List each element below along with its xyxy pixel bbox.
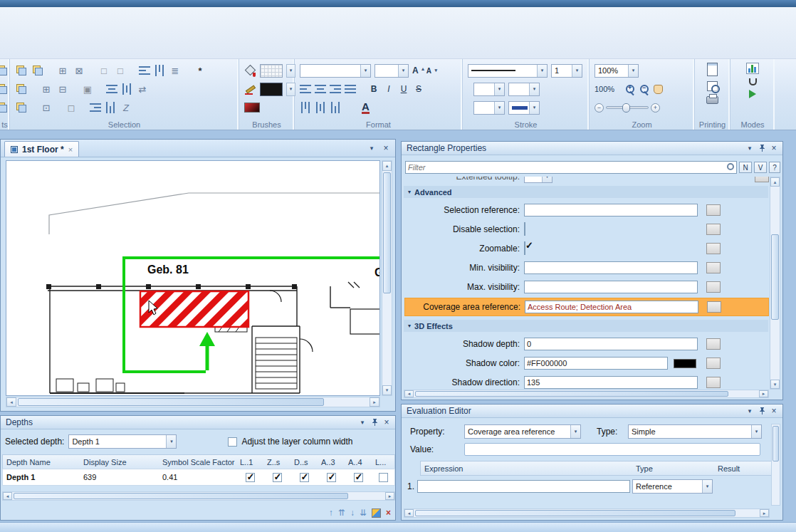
layer-checkbox[interactable] — [273, 473, 282, 482]
zoom-slider-thumb[interactable] — [622, 103, 630, 113]
align-middle-icon[interactable] — [122, 83, 131, 95]
scroll-up-icon[interactable]: ▴ — [382, 161, 392, 171]
ungroup-all-icon[interactable]: ◻ — [65, 101, 78, 114]
dash-style-combo[interactable]: ▾ — [473, 101, 505, 115]
chevron-down-icon[interactable]: ▾ — [537, 65, 547, 77]
align-bottom-icon[interactable] — [106, 102, 115, 113]
scrollbar-thumb[interactable] — [18, 398, 324, 406]
font-size-combo[interactable]: ▾ — [375, 64, 409, 78]
canvas-vertical-scrollbar[interactable]: ▴ ▾ — [382, 160, 392, 396]
property-combo[interactable]: ▾ — [524, 177, 553, 183]
pointer-snap-icon[interactable]: * — [194, 64, 206, 77]
max-visibility-input[interactable] — [524, 281, 698, 293]
strikethrough-button[interactable]: S — [413, 83, 424, 95]
chevron-down-icon[interactable]: ▾ — [570, 425, 580, 438]
move-top-icon[interactable]: ⇈ — [338, 508, 345, 518]
column-header-a4[interactable]: A..4 — [345, 454, 372, 469]
delete-depth-icon[interactable]: × — [386, 508, 391, 518]
expression-input[interactable] — [417, 480, 630, 493]
shadow-direction-input[interactable] — [524, 376, 698, 389]
scroll-right-icon[interactable]: ▸ — [760, 509, 769, 517]
column-header-a3[interactable]: A..3 — [318, 454, 345, 469]
shrink-font-icon[interactable]: A▾ — [426, 67, 436, 75]
edit-depths-icon[interactable] — [372, 508, 381, 518]
chevron-down-icon[interactable]: ▾ — [744, 143, 755, 154]
clipped-icon[interactable] — [0, 64, 9, 77]
property-more-button[interactable] — [706, 358, 721, 369]
line-style-combo[interactable]: ▾ — [468, 64, 548, 78]
pin-icon[interactable] — [756, 143, 768, 154]
underline-button[interactable]: U — [398, 83, 409, 95]
bring-forward-icon[interactable] — [15, 64, 28, 77]
italic-button[interactable]: I — [383, 83, 394, 95]
property-combo[interactable]: Coverage area reference▾ — [464, 424, 581, 439]
distribute-icon[interactable]: ≣ — [169, 64, 182, 77]
snap-add-icon[interactable]: ⊞ — [40, 83, 53, 95]
disable-selection-checkbox[interactable] — [524, 222, 525, 236]
tab-close-icon[interactable]: × — [68, 145, 73, 154]
chevron-down-icon[interactable]: ▾ — [398, 65, 408, 77]
brush-pattern-picker[interactable] — [260, 64, 283, 78]
properties-horizontal-scrollbar[interactable]: ◂ ▸ — [404, 390, 769, 398]
select-grid-icon[interactable]: ⊞ — [56, 64, 69, 77]
print-preview-icon[interactable] — [707, 63, 718, 76]
layer-checkbox[interactable] — [246, 473, 255, 482]
group-icon[interactable]: □ — [98, 64, 110, 77]
bring-to-front-icon[interactable] — [15, 83, 28, 95]
property-more-button[interactable] — [706, 243, 721, 254]
zoom-slider-track[interactable] — [606, 106, 649, 109]
bold-button[interactable]: B — [368, 83, 379, 95]
chevron-down-icon[interactable]: ▾ — [357, 417, 368, 428]
property-more-button[interactable] — [707, 301, 721, 313]
chevron-down-icon[interactable]: ▾ — [572, 65, 582, 77]
direction-arrow[interactable] — [199, 332, 215, 370]
text-align-right-icon[interactable] — [330, 85, 341, 93]
selection-reference-input[interactable] — [524, 204, 698, 217]
selected-rectangle[interactable] — [140, 291, 248, 327]
run-mode-icon[interactable] — [749, 90, 756, 98]
value-input[interactable] — [464, 443, 760, 456]
zoom-level-combo[interactable]: 100%▾ — [595, 64, 639, 78]
column-header-result[interactable]: Result — [714, 461, 773, 476]
scrollbar-thumb[interactable] — [415, 391, 728, 397]
z-order-icon[interactable]: Z — [120, 101, 132, 114]
group-selection-icon[interactable]: ▣ — [81, 83, 94, 95]
column-header-depth-name[interactable]: Depth Name — [2, 454, 80, 469]
properties-vertical-scrollbar[interactable]: ▴ ▾ — [770, 177, 780, 390]
pin-icon[interactable] — [369, 417, 380, 428]
zoom-in-icon[interactable]: + — [625, 84, 636, 95]
filter-v-button[interactable]: V — [754, 162, 767, 173]
filter-input[interactable] — [405, 161, 737, 174]
snap-center-icon[interactable]: ⊡ — [40, 101, 53, 114]
chevron-down-icon[interactable]: ▾ — [628, 65, 638, 77]
snap-remove-icon[interactable]: ⊟ — [56, 83, 69, 95]
filter-n-button[interactable]: N — [739, 162, 752, 173]
section-advanced[interactable]: Advanced — [404, 186, 768, 198]
chevron-down-icon[interactable]: ▾ — [529, 102, 539, 114]
column-header-expression[interactable]: Expression — [420, 461, 633, 476]
evaluation-mode-icon[interactable] — [746, 63, 759, 74]
swap-order-icon[interactable]: ⇄ — [136, 83, 149, 95]
gradient-swatch[interactable] — [244, 103, 260, 113]
chevron-down-icon[interactable]: ▾ — [744, 406, 755, 417]
scroll-left-icon[interactable]: ◂ — [3, 492, 12, 500]
adjust-column-width-checkbox[interactable] — [228, 437, 237, 447]
property-more-button[interactable] — [706, 377, 721, 388]
chevron-down-icon[interactable]: ▾ — [751, 425, 761, 438]
text-align-bottom-icon[interactable] — [331, 102, 340, 113]
type-combo[interactable]: Simple▾ — [628, 424, 762, 439]
send-to-back-icon[interactable] — [15, 101, 28, 114]
property-more-button[interactable] — [706, 262, 721, 273]
column-header-display-size[interactable]: Display Size — [80, 454, 159, 469]
chevron-down-icon[interactable]: ▾ — [494, 102, 504, 114]
move-down-icon[interactable]: ↓ — [350, 508, 355, 518]
close-icon[interactable]: × — [768, 406, 780, 417]
depth-row-name-cell[interactable]: Depth 1 — [2, 469, 80, 486]
chevron-down-icon[interactable]: ▾ — [166, 435, 176, 448]
line-join-combo[interactable]: ▾ — [508, 83, 540, 96]
text-align-center-icon[interactable] — [315, 85, 326, 93]
ungroup-icon[interactable]: □ — [114, 64, 127, 77]
chevron-down-icon[interactable]: ▾ — [494, 83, 504, 95]
scrollbar-thumb[interactable] — [415, 510, 735, 516]
clipped-icon[interactable] — [0, 101, 9, 114]
